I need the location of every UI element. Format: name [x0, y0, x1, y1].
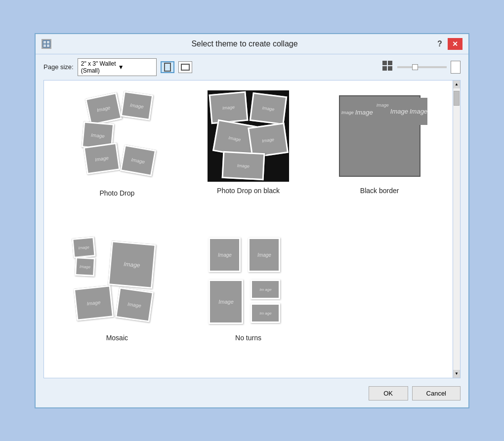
grid-view-icon[interactable]: [381, 60, 393, 74]
svg-rect-10: [388, 66, 392, 71]
svg-rect-6: [181, 64, 189, 70]
mosaic-preview: Image Image Image Image Image: [73, 238, 162, 329]
scroll-down-arrow[interactable]: ▼: [453, 370, 460, 378]
close-button[interactable]: ✕: [448, 38, 462, 50]
theme-label-photo-drop: Photo Drop: [99, 189, 134, 197]
dialog: Select theme to create collage ? ✕ Page …: [35, 33, 469, 408]
dialog-title: Select theme to create collage: [55, 40, 434, 48]
theme-label-mosaic: Mosaic: [106, 334, 128, 342]
portrait-button[interactable]: [161, 61, 174, 73]
svg-rect-7: [382, 61, 387, 65]
no-turns-preview: Image Image Image Im age Im age: [209, 238, 288, 329]
zoom-thumb: [412, 64, 418, 70]
page-size-label: Page size:: [43, 63, 74, 71]
app-icon: [42, 39, 51, 49]
theme-label-black-border: Black border: [360, 187, 399, 195]
title-bar: Select theme to create collage ? ✕: [36, 34, 468, 54]
theme-item-photo-drop[interactable]: Image Image Image Image Image Photo Drop: [54, 90, 180, 197]
svg-rect-3: [43, 44, 46, 47]
ok-button[interactable]: OK: [369, 386, 408, 401]
theme-label-photo-drop-black: Photo Drop on black: [217, 187, 280, 195]
theme-item-photo-drop-black[interactable]: Image Image Image Image Image Photo Drop…: [185, 90, 312, 195]
zoom-slider-container: [397, 66, 447, 68]
toolbar: Page size: 2" x 3" Wallet (Small) ▼: [36, 54, 468, 80]
black-border-preview-wrapper: Image Image Image Image Image: [339, 90, 420, 182]
svg-rect-4: [47, 44, 49, 47]
black-border-preview: Image Image Image Image Image: [339, 95, 420, 177]
page-size-value: 2" x 3" Wallet (Small): [81, 60, 116, 74]
cancel-button[interactable]: Cancel: [412, 386, 461, 401]
theme-item-no-turns[interactable]: Image Image Image Im age Im age No turns: [185, 238, 312, 342]
scrollbar[interactable]: ▲ ▼: [453, 80, 461, 378]
landscape-button[interactable]: [178, 61, 192, 73]
portrait-icon: [164, 63, 171, 72]
scroll-up-arrow[interactable]: ▲: [453, 80, 460, 88]
svg-rect-9: [382, 66, 387, 71]
dropdown-arrow-icon: ▼: [118, 64, 153, 71]
svg-rect-2: [47, 41, 49, 43]
theme-item-black-border[interactable]: Image Image Image Image Image: [316, 90, 443, 195]
pdob-bg: Image Image Image Image Image: [208, 90, 289, 182]
zoom-slider[interactable]: [397, 66, 447, 68]
page-size-dropdown[interactable]: 2" x 3" Wallet (Small) ▼: [78, 58, 157, 76]
scrollbar-handle[interactable]: [454, 91, 460, 106]
photo-drop-black-preview: Image Image Image Image Image: [208, 90, 289, 182]
title-bar-controls: ? ✕: [434, 38, 462, 50]
svg-rect-8: [388, 61, 392, 65]
photo-drop-preview: Image Image Image Image Image: [73, 90, 162, 184]
scrollbar-track[interactable]: [453, 88, 460, 370]
help-button[interactable]: ?: [434, 38, 446, 50]
footer: OK Cancel: [36, 382, 468, 407]
page-view-icon[interactable]: [451, 61, 461, 74]
theme-item-mosaic[interactable]: Image Image Image Image Image Mosaic: [54, 238, 180, 342]
theme-label-no-turns: No turns: [235, 334, 261, 342]
svg-rect-1: [43, 41, 46, 43]
landscape-icon: [181, 64, 190, 71]
svg-rect-5: [165, 63, 170, 71]
theme-grid: Image Image Image Image Image Photo Drop…: [43, 80, 453, 378]
content-wrapper: Image Image Image Image Image Photo Drop…: [43, 80, 461, 378]
